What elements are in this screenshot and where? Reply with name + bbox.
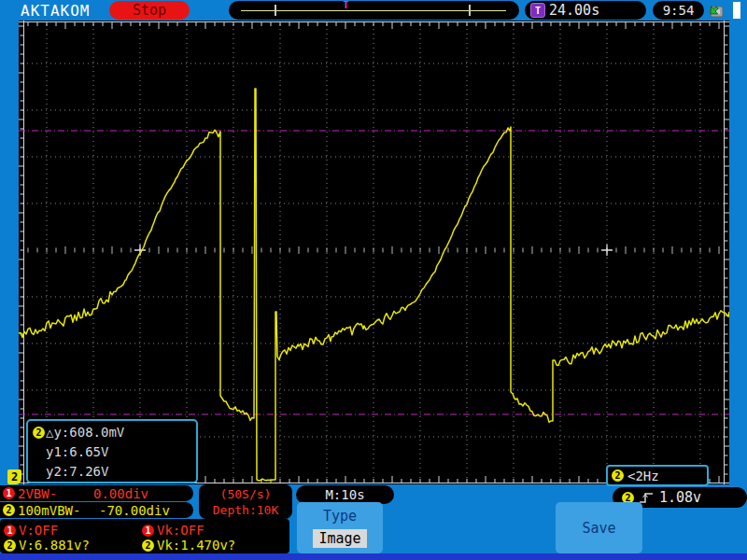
channel2-badge: 2 [612,469,624,482]
channel1-settings-pill: 1 2VBW- 0.00div [0,485,193,501]
channel1-badge: 1 [4,525,16,537]
channel2-badge: 2 [142,539,154,552]
channel2-scale: 100mVBW- [18,503,80,518]
cursor-dy-row: 2△y:608.0mV [33,423,196,442]
window-right-tick [469,5,471,16]
measurement-ch1-vk: 1 Vk:OFF [142,523,204,538]
measurement-ch2-v: 2 V:6.881v? [4,538,90,553]
status-bar-indicator [733,2,740,19]
channel1-offset: 0.00div [93,486,148,501]
channel2-badge: 2 [3,504,15,516]
cursor-readout-box: 2△y:608.0mV y1:6.65V y2:7.26V [26,419,198,483]
timebase-value: M:10s [325,487,364,502]
waveform-display[interactable] [19,21,729,484]
trigger-time-icon: T [530,3,545,18]
bottom-strip [0,553,747,560]
channel1-badge: 1 [3,487,15,499]
trigger-position-bar[interactable]: T [229,1,519,20]
record-line [241,10,506,11]
run-state-badge[interactable]: Stop [109,1,190,20]
save-label: Save [582,520,615,537]
frequency-readout: 2 <2Hz [606,465,709,486]
holdoff-time-badge: T 24.00s [525,1,646,20]
holdoff-time-value: 24.00s [549,2,599,19]
type-label: Type [323,508,357,525]
usb-storage-icon [707,3,726,22]
frequency-value: <2Hz [627,469,659,483]
channel2-offset: -70.00div [99,503,170,518]
type-selected-value[interactable]: Image [313,529,366,548]
measurement-ch1-v: 1 V:OFF [4,523,58,538]
cursor-y1-value: y1:6.65V [46,442,108,462]
trigger-position-marker-icon: T [343,0,349,11]
channel2-settings-pill: 2 100mVBW- -70.00div [0,502,193,518]
measurement-value: Vk:1.470v? [157,538,235,553]
channel2-badge: 2 [33,427,45,439]
brand-logo: AKTAKOM [21,2,90,20]
trigger-level-value: 1.08v [659,489,701,506]
type-menu-button[interactable]: Type Image [297,502,383,553]
cursor-y2-value: y2:7.26V [46,462,108,482]
cursor-dy-value: △y:608.0mV [46,423,124,442]
channel2-badge: 2 [4,539,16,552]
acquisition-info-box: (50S/s) Depth:10K [199,484,292,519]
measurement-value: V:6.881v? [19,538,90,553]
measurement-value: V:OFF [19,523,58,538]
clock-badge: 9:54 [653,1,704,20]
clock-value: 9:54 [663,3,695,18]
channel1-scale: 2VBW- [18,486,57,501]
measurement-value: Vk:OFF [157,523,204,538]
run-state-label: Stop [133,2,166,19]
measurements-box: 1 V:OFF 1 Vk:OFF 2 V:6.881v? 2 Vk:1.470v… [0,519,289,553]
cursor-y2-row: y2:7.26V [33,462,196,482]
waveform-canvas [19,21,729,484]
timebase-badge: M:10s [296,485,394,504]
record-depth-value: Depth:10K [213,502,278,518]
oscilloscope-screen: AKTAKOM Stop T T 24.00s 9:54 2 2△y:608.0… [0,0,747,560]
save-button[interactable]: Save [556,502,642,553]
rising-edge-icon [639,491,655,504]
window-left-tick [275,5,276,16]
channel2-position-tag[interactable]: 2 [7,469,21,484]
measurement-ch2-vk: 2 Vk:1.470v? [142,538,235,553]
channel1-badge: 1 [142,525,154,537]
sample-rate-value: (50S/s) [220,486,272,502]
cursor-y1-row: y1:6.65V [33,442,196,462]
